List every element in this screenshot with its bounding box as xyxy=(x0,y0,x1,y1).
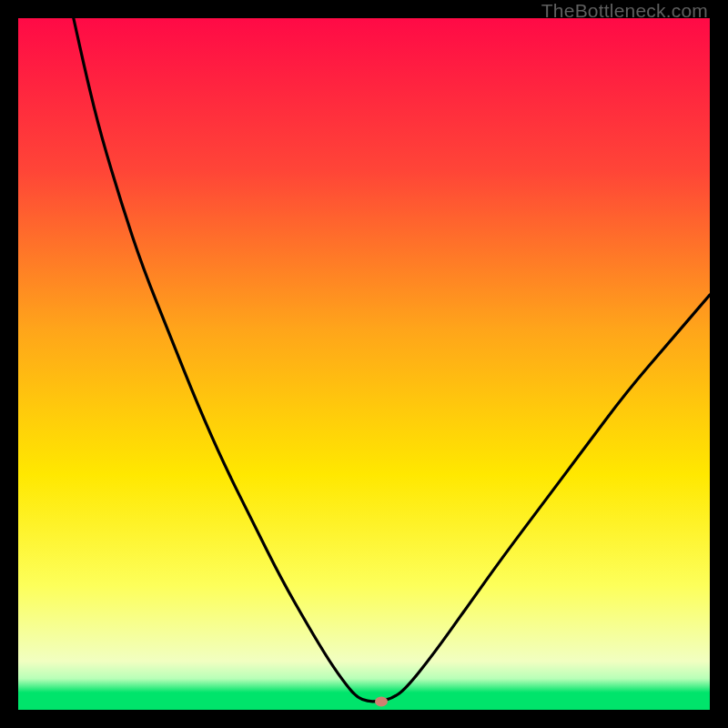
chart-frame xyxy=(18,18,710,710)
gradient-background xyxy=(18,18,710,710)
chart-svg xyxy=(18,18,710,710)
watermark-text: TheBottleneck.com xyxy=(541,0,708,22)
optimal-point-marker xyxy=(375,696,388,706)
